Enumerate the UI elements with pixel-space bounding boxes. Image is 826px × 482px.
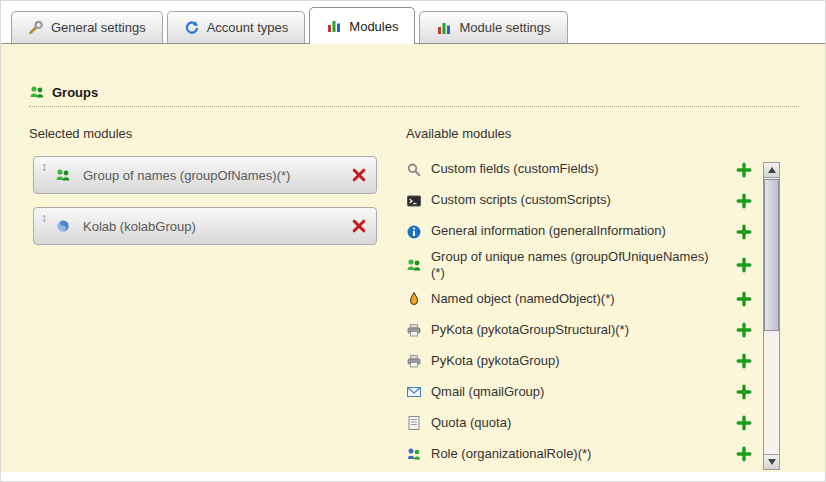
delete-x-icon (351, 218, 367, 234)
groups-icon (55, 167, 71, 183)
add-plus-icon (736, 415, 752, 431)
add-module-button[interactable] (736, 415, 752, 431)
modules-tab-panel: Groups Selected modules Available module… (1, 43, 826, 472)
module-label: Custom fields (customFields) (431, 161, 711, 177)
tab-module-settings[interactable]: Module settings (419, 11, 567, 43)
envelope-icon (406, 384, 422, 400)
settings-window: General settings Account types Modules (0, 0, 826, 482)
module-label: Custom scripts (customScripts) (431, 192, 711, 208)
add-plus-icon (736, 291, 752, 307)
section-title: Groups (52, 85, 98, 100)
scroll-up-button[interactable] (764, 163, 779, 178)
document-icon (406, 415, 422, 431)
add-module-button[interactable] (736, 162, 752, 178)
tab-label: Account types (207, 20, 289, 35)
available-module-row: Group of unique names (groupOfUniqueName… (406, 249, 758, 282)
available-modules-list: Custom fields (customFields) Custom scri… (406, 156, 758, 472)
available-module-row: Custom fields (customFields) (406, 156, 758, 183)
printer-icon (406, 353, 422, 369)
wrench-icon (28, 20, 44, 36)
add-plus-icon (736, 384, 752, 400)
delete-module-button[interactable] (351, 167, 367, 183)
module-label: Group of names (groupOfNames)(*) (79, 168, 343, 183)
scroll-down-button[interactable] (764, 454, 779, 469)
add-plus-icon (736, 193, 752, 209)
add-module-button[interactable] (736, 322, 752, 338)
dotted-divider (29, 106, 799, 107)
terminal-icon (406, 193, 422, 209)
add-module-button[interactable] (736, 257, 752, 273)
selected-module-item[interactable]: ↕ Kolab (kolabGroup) (33, 207, 377, 245)
available-module-row: Named object (namedObject)(*) (406, 286, 758, 313)
printer-icon (406, 322, 422, 338)
bar-chart-icon (436, 20, 452, 36)
arrow-up-icon (768, 167, 776, 173)
kolab-icon (55, 218, 71, 234)
groups-icon (29, 84, 45, 100)
available-modules-heading: Available modules (406, 126, 511, 141)
add-module-button[interactable] (736, 193, 752, 209)
module-label: Qmail (qmailGroup) (431, 384, 711, 400)
arrow-down-icon (768, 459, 776, 465)
tab-account-types[interactable]: Account types (167, 11, 306, 43)
available-module-row: Custom scripts (customScripts) (406, 187, 758, 214)
module-label: General information (generalInformation) (431, 223, 711, 239)
available-module-row: Quota (quota) (406, 410, 758, 437)
tab-bar: General settings Account types Modules (11, 1, 568, 44)
drag-handle-icon[interactable]: ↕ (41, 157, 47, 174)
role-icon (406, 446, 422, 462)
drag-handle-icon[interactable]: ↕ (41, 208, 47, 225)
magnifier-gear-icon (406, 162, 422, 178)
add-module-button[interactable] (736, 353, 752, 369)
info-icon (406, 224, 422, 240)
add-module-button[interactable] (736, 446, 752, 462)
tab-label: General settings (51, 20, 146, 35)
module-label: Kolab (kolabGroup) (79, 219, 343, 234)
add-plus-icon (736, 322, 752, 338)
selected-modules-heading: Selected modules (29, 126, 132, 141)
delete-module-button[interactable] (351, 218, 367, 234)
add-plus-icon (736, 224, 752, 240)
available-module-row: General information (generalInformation) (406, 218, 758, 245)
add-module-button[interactable] (736, 384, 752, 400)
selected-module-item[interactable]: ↕ Group of names (groupOfNames)(*) (33, 156, 377, 194)
tab-label: Modules (349, 19, 398, 34)
scrollbar-thumb[interactable] (764, 179, 779, 331)
available-module-row: Role (organizationalRole)(*) (406, 441, 758, 468)
bar-chart-icon (326, 18, 342, 34)
module-label: Quota (quota) (431, 415, 711, 431)
add-module-button[interactable] (736, 291, 752, 307)
drop-icon (406, 291, 422, 307)
selected-modules-list: ↕ Group of names (groupOfNames)(*) ↕ (33, 156, 377, 258)
module-label: PyKota (pykotaGroupStructural)(*) (431, 322, 711, 338)
tab-label: Module settings (459, 20, 550, 35)
available-module-row: PyKota (pykotaGroupStructural)(*) (406, 317, 758, 344)
refresh-icon (184, 20, 200, 36)
module-label: Group of unique names (groupOfUniqueName… (431, 249, 711, 282)
add-plus-icon (736, 353, 752, 369)
add-module-button[interactable] (736, 224, 752, 240)
add-plus-icon (736, 257, 752, 273)
module-label: PyKota (pykotaGroup) (431, 353, 711, 369)
section-heading-groups: Groups (29, 84, 98, 100)
delete-x-icon (351, 167, 367, 183)
available-module-row: PyKota (pykotaGroup) (406, 348, 758, 375)
scrollbar-track[interactable] (763, 162, 780, 470)
add-plus-icon (736, 162, 752, 178)
add-plus-icon (736, 446, 752, 462)
available-module-row: Qmail (qmailGroup) (406, 379, 758, 406)
module-label: Role (organizationalRole)(*) (431, 446, 711, 462)
tab-modules[interactable]: Modules (309, 7, 415, 44)
groups-icon (406, 257, 422, 273)
module-label: Named object (namedObject)(*) (431, 291, 711, 307)
tab-general-settings[interactable]: General settings (11, 11, 163, 43)
